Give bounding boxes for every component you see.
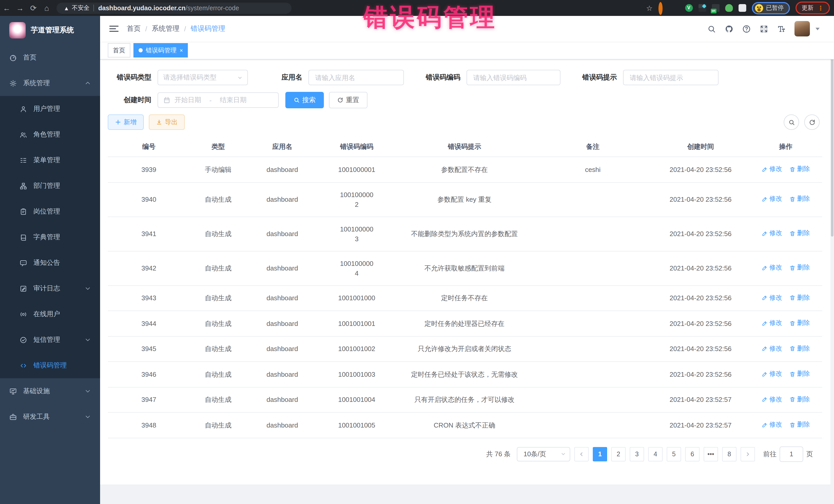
- prev-page-button[interactable]: [574, 447, 589, 461]
- chrome-update-button[interactable]: 更新 ⋮: [795, 2, 830, 14]
- font-size-icon[interactable]: [777, 24, 786, 33]
- extension-proxy-icon[interactable]: on: [711, 4, 719, 12]
- extensions-puzzle-icon[interactable]: [738, 4, 746, 12]
- sidebar-item-4[interactable]: 菜单管理: [0, 147, 100, 173]
- breadcrumb-home[interactable]: 首页: [127, 24, 140, 34]
- edit-link[interactable]: 修改: [762, 344, 782, 353]
- page-button-4[interactable]: 4: [648, 447, 663, 461]
- errorcode-tip-input[interactable]: [629, 73, 713, 82]
- table-body: 3939手动编辑dashboard1001000001参数配置不存在ceshi2…: [108, 157, 822, 438]
- breadcrumb-system[interactable]: 系统管理: [152, 24, 180, 34]
- column-header: 创建时间: [652, 137, 749, 157]
- extension-blue-gem-icon[interactable]: [672, 4, 679, 12]
- app-name-input[interactable]: [314, 73, 398, 82]
- sidebar-item-3[interactable]: 角色管理: [0, 122, 100, 147]
- cell-id: 3946: [108, 361, 190, 387]
- errorcode-type-select[interactable]: 请选择错误码类型: [158, 70, 248, 85]
- sidebar-item-14[interactable]: 研发工具: [0, 404, 100, 430]
- delete-link[interactable]: 删除: [789, 420, 810, 430]
- edit-link[interactable]: 修改: [762, 164, 782, 174]
- page-size-select[interactable]: 10条/页: [517, 447, 570, 461]
- sidebar-item-2[interactable]: 用户管理: [0, 96, 100, 122]
- sidebar-item-7[interactable]: 字典管理: [0, 224, 100, 250]
- search-button[interactable]: 搜索: [285, 92, 324, 108]
- delete-link[interactable]: 删除: [789, 318, 810, 328]
- table-row: 3948自动生成dashboard1001001005CRON 表达式不正确20…: [108, 412, 822, 438]
- page-button-6[interactable]: 6: [685, 447, 700, 461]
- sidebar-item-11[interactable]: 短信管理: [0, 327, 100, 353]
- log-icon: [20, 285, 27, 292]
- extension-orange-ring-icon[interactable]: [658, 4, 666, 12]
- page-scrollbar[interactable]: [830, 16, 834, 504]
- refresh-button[interactable]: [804, 114, 820, 130]
- export-button[interactable]: 导出: [149, 114, 185, 130]
- sidebar-item-13[interactable]: 基础设施: [0, 378, 100, 404]
- hamburger-icon[interactable]: [109, 24, 118, 34]
- browser-menu-kebab-icon[interactable]: ⋮: [817, 5, 824, 10]
- sidebar-item-10[interactable]: 在线用户: [0, 301, 100, 327]
- delete-link[interactable]: 删除: [789, 293, 810, 303]
- extension-squares-icon[interactable]: [698, 4, 706, 12]
- page-button-2[interactable]: 2: [611, 447, 626, 461]
- edit-link[interactable]: 修改: [762, 420, 782, 430]
- bookmark-star-icon[interactable]: ☆: [646, 4, 653, 12]
- avatar-caret-icon[interactable]: [815, 27, 820, 30]
- edit-link[interactable]: 修改: [762, 194, 782, 204]
- home-icon[interactable]: ⌂: [40, 4, 53, 12]
- add-button[interactable]: 新增: [108, 114, 144, 130]
- edit-link[interactable]: 修改: [762, 229, 782, 238]
- back-icon[interactable]: ←: [0, 4, 13, 12]
- errorcode-tip-field[interactable]: [623, 70, 719, 85]
- sidebar-item-0[interactable]: 首页: [0, 45, 100, 70]
- edit-link[interactable]: 修改: [762, 263, 782, 273]
- extension-green-v-icon[interactable]: V: [685, 4, 693, 12]
- github-icon[interactable]: [725, 24, 733, 33]
- sidebar-item-5[interactable]: 部门管理: [0, 173, 100, 199]
- delete-link[interactable]: 删除: [789, 229, 810, 238]
- app-name-field[interactable]: [308, 70, 404, 85]
- tag-0[interactable]: 首页: [108, 43, 130, 58]
- errorcode-code-input[interactable]: [472, 73, 555, 82]
- sidebar-item-9[interactable]: 审计日志: [0, 276, 100, 301]
- forward-icon[interactable]: →: [13, 4, 27, 12]
- goto-page-input[interactable]: [780, 446, 803, 462]
- delete-link[interactable]: 删除: [789, 194, 810, 204]
- delete-link[interactable]: 删除: [789, 344, 810, 353]
- date-range-picker[interactable]: 开始日期 - 结束日期: [158, 92, 279, 108]
- delete-link[interactable]: 删除: [789, 394, 810, 404]
- page-button-8[interactable]: 8: [722, 447, 737, 461]
- cell-code: 1001001001: [318, 311, 395, 336]
- errorcode-code-field[interactable]: [466, 70, 561, 85]
- next-page-button[interactable]: [741, 447, 755, 461]
- sidebar-item-1[interactable]: 系统管理: [0, 70, 100, 96]
- search-icon[interactable]: [707, 24, 716, 33]
- sidebar-item-12[interactable]: 错误码管理: [0, 353, 100, 378]
- cell-app: dashboard: [246, 157, 318, 182]
- hide-search-button[interactable]: [784, 114, 799, 130]
- sidebar-item-8[interactable]: 通知公告: [0, 250, 100, 276]
- user-avatar[interactable]: [794, 21, 810, 37]
- address-bar[interactable]: ▲ 不安全 dashboard.yudao.iocoder.cn /system…: [57, 2, 291, 14]
- delete-link[interactable]: 删除: [789, 369, 810, 379]
- page-button-1[interactable]: 1: [593, 447, 607, 461]
- help-icon[interactable]: [742, 24, 751, 33]
- reload-icon[interactable]: ⟳: [27, 3, 40, 13]
- extension-green-key-icon[interactable]: [725, 4, 733, 12]
- delete-link[interactable]: 删除: [789, 164, 810, 174]
- page-button-5[interactable]: 5: [667, 447, 681, 461]
- page-button-3[interactable]: 3: [630, 447, 644, 461]
- sidebar-item-6[interactable]: 岗位管理: [0, 199, 100, 224]
- edit-link[interactable]: 修改: [762, 318, 782, 328]
- tag-1[interactable]: 错误码管理×: [133, 43, 188, 58]
- edit-link[interactable]: 修改: [762, 394, 782, 404]
- sidebar-logo-row[interactable]: 芋道管理系统: [0, 16, 100, 45]
- fullscreen-icon[interactable]: [760, 24, 768, 33]
- profile-paused-chip[interactable]: 已暂停: [752, 2, 790, 14]
- chevron-down-icon: [561, 452, 566, 456]
- delete-link[interactable]: 删除: [789, 263, 810, 273]
- edit-link[interactable]: 修改: [762, 369, 782, 379]
- more-pages-button[interactable]: •••: [704, 447, 718, 461]
- close-icon[interactable]: ×: [180, 47, 183, 53]
- edit-link[interactable]: 修改: [762, 293, 782, 303]
- reset-button[interactable]: 重置: [329, 92, 368, 108]
